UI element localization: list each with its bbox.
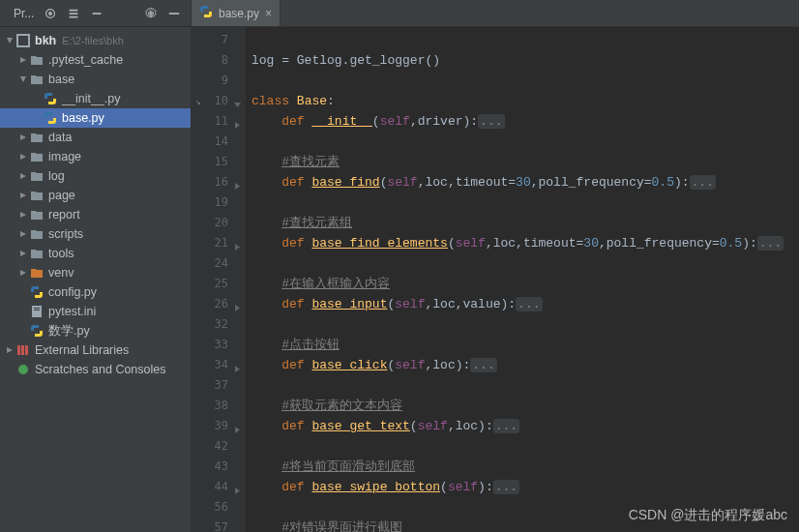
line-number: 38 — [192, 396, 228, 416]
fold-icon[interactable] — [233, 421, 242, 441]
code-line[interactable]: #查找元素 — [252, 152, 799, 172]
fold-icon[interactable] — [233, 299, 242, 319]
editor-tabs: base.py × — [192, 0, 799, 27]
tab-base-py[interactable]: base.py × — [192, 0, 281, 26]
close-icon[interactable]: × — [265, 7, 272, 20]
code-line[interactable]: def base_find_elements(self,loc,timeout=… — [252, 233, 799, 253]
tree-folder[interactable]: base — [0, 70, 191, 89]
code-line[interactable]: #在输入框输入内容 — [252, 274, 799, 294]
code-line[interactable]: def __init__(self,driver):... — [252, 111, 799, 132]
fold-icon[interactable] — [233, 116, 242, 136]
tree-folder[interactable]: log — [0, 166, 191, 186]
line-number: 25 — [192, 274, 228, 294]
code-line[interactable] — [252, 71, 799, 91]
tree-folder[interactable]: venv — [0, 263, 191, 282]
tree-label: .pytest_cache — [48, 53, 123, 67]
code-line[interactable] — [252, 375, 799, 396]
line-number: 20 — [192, 213, 228, 233]
code-line[interactable] — [252, 497, 799, 517]
tree-file[interactable]: base.py — [0, 108, 191, 128]
code-line[interactable] — [252, 314, 799, 335]
line-number: 34 — [192, 355, 228, 375]
fold-icon[interactable] — [233, 482, 242, 502]
venv-icon — [29, 265, 44, 281]
line-number: 21 — [192, 233, 228, 253]
project-tool-label[interactable]: Pr... — [6, 7, 38, 20]
tree-label: image — [48, 150, 81, 163]
code-content[interactable]: log = Getlog.get_logger() class Base: de… — [246, 27, 799, 532]
gutter: 78910↘1114151619202124252632333437383942… — [192, 27, 246, 532]
settings-icon[interactable] — [140, 3, 162, 24]
tree-folder[interactable]: data — [0, 128, 191, 147]
code-line[interactable]: #对错误界面进行截图 — [252, 517, 799, 532]
code-line[interactable] — [252, 436, 799, 457]
code-line[interactable] — [252, 30, 799, 50]
folder-icon — [29, 52, 44, 68]
tree-folder[interactable]: .pytest_cache — [0, 50, 191, 70]
code-editor[interactable]: 78910↘1114151619202124252632333437383942… — [192, 27, 799, 532]
tree-file[interactable]: __init__.py — [0, 89, 191, 108]
svg-rect-10 — [21, 345, 24, 355]
expand-all-icon[interactable] — [63, 3, 84, 24]
python-icon — [199, 5, 213, 21]
tree-folder[interactable]: page — [0, 186, 191, 205]
code-line[interactable]: log = Getlog.get_logger() — [252, 50, 799, 71]
collapse-all-icon[interactable] — [86, 3, 107, 24]
fold-icon[interactable] — [233, 238, 242, 258]
svg-rect-3 — [169, 13, 180, 15]
line-number: 39 — [192, 416, 228, 436]
tree-label: log — [48, 169, 65, 183]
svg-point-1 — [49, 12, 52, 15]
tree-root[interactable]: bkh E:\2-files\bkh — [0, 31, 191, 50]
tree-label: page — [48, 189, 75, 202]
folder-icon — [29, 188, 44, 203]
project-tree: bkh E:\2-files\bkh .pytest_cachebase__in… — [0, 27, 191, 383]
tree-label: base — [48, 73, 74, 86]
scratches[interactable]: Scratches and Consoles — [0, 360, 191, 379]
line-number: 57 — [192, 517, 228, 532]
fold-icon[interactable] — [233, 96, 242, 116]
code-line[interactable]: def base_click(self,loc):... — [252, 355, 799, 375]
hide-icon[interactable] — [163, 3, 185, 24]
tree-label: config.py — [48, 285, 97, 299]
tree-file[interactable]: config.py — [0, 282, 191, 302]
code-line[interactable] — [252, 253, 799, 274]
code-line[interactable]: class Base: — [252, 91, 799, 111]
line-number: 32 — [192, 314, 228, 335]
tree-file[interactable]: 数学.py — [0, 321, 191, 340]
tree-folder[interactable]: scripts — [0, 224, 191, 244]
code-line[interactable] — [252, 132, 799, 152]
fold-icon[interactable] — [233, 177, 242, 197]
tree-folder[interactable]: tools — [0, 244, 191, 263]
code-line[interactable]: def base_swipe_botton(self):... — [252, 477, 799, 497]
line-number: 24 — [192, 253, 228, 274]
tree-label: scripts — [48, 227, 83, 241]
tree-folder[interactable]: image — [0, 147, 191, 166]
code-line[interactable]: def base_get_text(self,loc):... — [252, 416, 799, 436]
code-line[interactable] — [252, 192, 799, 213]
code-line[interactable]: def base_input(self,loc,value):... — [252, 294, 799, 314]
code-line[interactable]: #获取元素的文本内容 — [252, 396, 799, 416]
code-line[interactable]: def base_find(self,loc,timeout=30,poll_f… — [252, 172, 799, 192]
editor-area: base.py × 78910↘111415161920212425263233… — [192, 0, 799, 532]
line-number: 33 — [192, 335, 228, 355]
project-sidebar: Pr... bkh E:\2-files\bkh .pytest_cacheba… — [0, 0, 192, 532]
folder-icon — [29, 168, 44, 184]
code-line[interactable]: #查找元素组 — [252, 213, 799, 233]
code-line[interactable]: #将当前页面滑动到底部 — [252, 457, 799, 477]
line-number: 26 — [192, 294, 228, 314]
line-number: 11 — [192, 111, 228, 132]
fold-icon[interactable] — [233, 360, 242, 380]
tree-folder[interactable]: report — [0, 205, 191, 224]
select-target-icon[interactable] — [40, 3, 61, 24]
library-icon — [15, 342, 31, 358]
tree-label: __init__.py — [62, 92, 120, 105]
py-icon — [29, 284, 44, 300]
sidebar-toolbar: Pr... — [0, 0, 191, 27]
tree-file[interactable]: pytest.ini — [0, 302, 191, 321]
external-libraries[interactable]: External Libraries — [0, 340, 191, 360]
tree-label: report — [48, 208, 80, 222]
svg-rect-6 — [32, 306, 42, 317]
svg-rect-5 — [18, 36, 28, 45]
code-line[interactable]: #点击按钮 — [252, 335, 799, 355]
